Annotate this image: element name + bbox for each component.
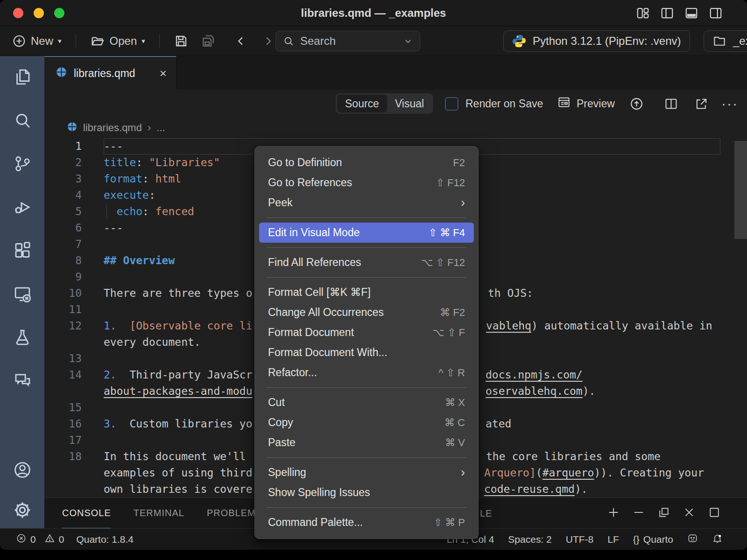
menu-item[interactable]: Cut⌘ X <box>259 392 474 413</box>
breadcrumb-more[interactable]: ... <box>156 122 165 134</box>
breadcrumb-separator-icon: › <box>148 122 151 134</box>
chevron-down-icon[interactable] <box>403 36 413 46</box>
indentation-status[interactable]: Spaces: 2 <box>508 534 551 545</box>
more-actions-button[interactable]: ··· <box>721 90 738 118</box>
publish-button[interactable] <box>629 90 644 118</box>
context-menu: Go to DefinitionF2Go to References⇧ F12P… <box>254 146 479 539</box>
problems-status[interactable]: 0 0 <box>16 533 64 546</box>
visual-mode-button[interactable]: Visual <box>387 95 432 112</box>
remote-explorer-icon[interactable] <box>13 284 32 304</box>
menu-item[interactable]: Peek› <box>259 193 474 213</box>
open-in-new-window-button[interactable] <box>694 90 709 118</box>
toggle-sidebar-icon[interactable] <box>660 6 674 22</box>
line-number: 15 <box>44 399 82 416</box>
line-number: 18 <box>44 448 82 465</box>
panel-tab[interactable]: TERMINAL <box>134 498 184 529</box>
qmd-file-icon <box>67 121 78 135</box>
warning-icon <box>44 533 55 546</box>
tab-strip: libraries.qmd × <box>44 56 747 90</box>
preview-icon <box>557 95 571 112</box>
search-icon <box>282 35 295 47</box>
settings-gear-icon[interactable] <box>13 500 32 520</box>
menu-item[interactable]: Go to References⇧ F12 <box>259 173 474 193</box>
panel-tab-fragment[interactable]: LE <box>480 498 492 529</box>
source-control-icon[interactable] <box>13 154 32 174</box>
menu-item[interactable]: Go to DefinitionF2 <box>259 153 474 173</box>
save-all-button[interactable] <box>201 34 216 49</box>
activity-bar <box>0 56 44 528</box>
save-icon <box>174 34 189 49</box>
line-number: 6 <box>44 220 82 236</box>
chevron-right-icon <box>261 35 275 48</box>
search-icon[interactable] <box>13 111 32 130</box>
menu-item[interactable]: Show Spelling Issues <box>259 483 474 503</box>
source-mode-button[interactable]: Source <box>337 95 387 112</box>
menu-item[interactable]: Copy⌘ C <box>259 413 474 433</box>
explorer-icon[interactable] <box>13 67 32 87</box>
open-button[interactable]: Open ▾ <box>90 34 145 49</box>
render-on-save-checkbox[interactable] <box>445 97 458 111</box>
global-search-input[interactable]: Search <box>275 31 420 51</box>
python-logo-icon <box>512 34 526 48</box>
toggle-panel-icon[interactable] <box>684 6 698 22</box>
panel-layout-icon[interactable] <box>708 506 721 521</box>
menu-item[interactable]: Edit in Visual Mode⇧ ⌘ F4 <box>259 223 474 243</box>
panel-tab[interactable]: CONSOLE <box>62 498 111 529</box>
plus-circle-icon <box>12 34 26 48</box>
close-panel-icon[interactable] <box>683 506 696 521</box>
close-tab-icon[interactable]: × <box>160 66 167 81</box>
line-number: 10 <box>44 285 82 301</box>
split-editor-button[interactable] <box>664 90 678 118</box>
menu-item[interactable]: Change All Occurrences⌘ F2 <box>259 302 474 322</box>
menu-item[interactable]: Format Cell [⌘K ⌘F] <box>259 282 474 302</box>
menu-item[interactable]: Format Document With... <box>259 343 474 363</box>
toggle-secondary-sidebar-icon[interactable] <box>709 6 723 22</box>
new-console-plus-icon[interactable] <box>607 506 620 521</box>
menu-item[interactable]: Command Palette...⇧ ⌘ P <box>259 512 474 532</box>
breadcrumb-file[interactable]: libraries.qmd <box>83 122 142 134</box>
search-placeholder: Search <box>300 35 397 48</box>
error-count: 0 <box>30 534 36 545</box>
navigate-back-button[interactable] <box>234 35 247 48</box>
line-number: 9 <box>44 269 82 285</box>
menu-item[interactable]: Format Document⌥ ⇧ F <box>259 322 474 343</box>
source-visual-toggle: Source Visual <box>336 93 433 114</box>
menu-item[interactable]: Refactor...^ ⇧ R <box>259 363 474 383</box>
open-label: Open <box>110 35 137 48</box>
restore-panel-icon[interactable] <box>657 506 670 521</box>
line-number: 17 <box>44 432 82 448</box>
encoding-status[interactable]: UTF-8 <box>566 534 594 545</box>
folder-open-icon <box>90 34 105 49</box>
window-title: libraries.qmd — _examples <box>0 0 747 26</box>
line-number: 8 <box>44 252 82 269</box>
new-button[interactable]: New ▾ <box>12 34 62 48</box>
scrollbar-thumb[interactable] <box>734 141 747 239</box>
eol-status[interactable]: LF <box>607 534 619 545</box>
breadcrumb[interactable]: libraries.qmd › ... <box>44 118 747 138</box>
navigate-forward-button[interactable] <box>261 35 275 48</box>
line-number: 4 <box>44 187 82 203</box>
warning-count: 0 <box>59 534 64 545</box>
language-mode-status[interactable]: {} Quarto <box>633 534 673 545</box>
app-window: libraries.qmd — _examples New <box>0 0 747 550</box>
customize-layout-icon[interactable] <box>636 6 650 22</box>
workspace-selector[interactable]: _ex <box>704 30 747 52</box>
editor-tab[interactable]: libraries.qmd × <box>44 56 176 90</box>
preview-button[interactable]: Preview <box>557 90 615 118</box>
run-debug-icon[interactable] <box>13 197 32 217</box>
menu-item[interactable]: Spelling› <box>259 462 474 483</box>
menu-item[interactable]: Find All References⌥ ⇧ F12 <box>259 252 474 273</box>
menu-separator <box>267 457 466 458</box>
testing-beaker-icon[interactable] <box>13 328 32 347</box>
menu-item[interactable]: Paste⌘ V <box>259 433 474 453</box>
workspace-label: _ex <box>733 35 747 48</box>
account-icon[interactable] <box>13 460 32 480</box>
minimize-panel-icon[interactable] <box>632 506 645 521</box>
extensions-icon[interactable] <box>13 241 32 260</box>
interpreter-selector[interactable]: Python 3.12.1 (PipEnv: .venv) <box>503 30 690 52</box>
comments-icon[interactable] <box>13 371 32 391</box>
feedback-icon[interactable] <box>687 533 698 546</box>
save-button[interactable] <box>174 34 189 49</box>
quarto-version-status[interactable]: Quarto: 1.8.4 <box>76 534 134 545</box>
notifications-bell-icon[interactable] <box>712 533 723 546</box>
